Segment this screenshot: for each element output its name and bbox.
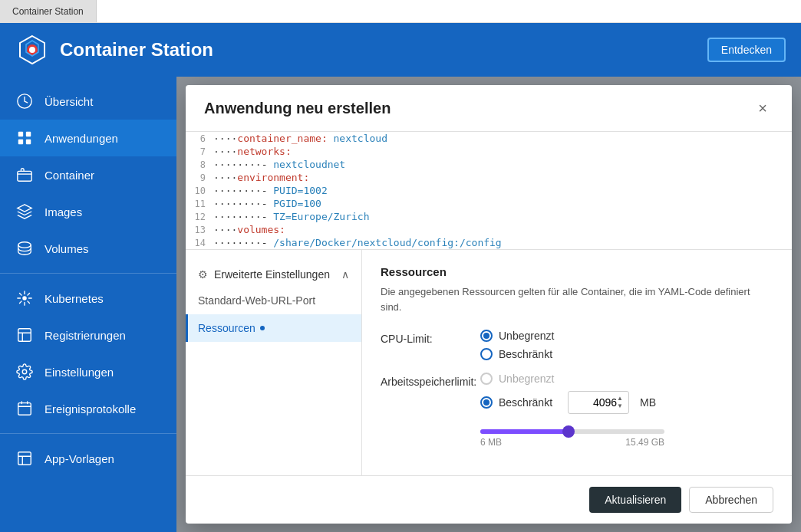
header-left: Container Station (15, 33, 213, 67)
memory-slider-track (480, 429, 664, 434)
sidebar-label-uebersicht: Übersicht (44, 95, 93, 108)
memory-radio-unbegrenzt[interactable] (480, 373, 493, 385)
svg-point-10 (18, 242, 31, 248)
app-logo (15, 33, 49, 67)
sidebar-item-registrierungen[interactable]: Registrierungen (0, 317, 176, 353)
modal-left-nav: ⚙ Erweiterte Einstellungen ∧ Standard-We… (186, 250, 362, 475)
code-line-14: 14 ········- /share/Docker/nextcloud/con… (186, 236, 792, 249)
code-line-11: 11 ········- PGID=100 (186, 197, 792, 210)
code-line-7: 7 ····networks: (186, 145, 792, 158)
nav-item-label-standard-web: Standard-Web-URL-Port (198, 294, 315, 307)
sidebar-item-app-vorlagen[interactable]: App-Vorlagen (0, 440, 176, 477)
svg-rect-6 (26, 132, 31, 136)
sidebar-label-container: Container (44, 169, 94, 182)
sidebar-item-ereignisprotokolle[interactable]: Ereignisprotokolle (0, 390, 176, 427)
sidebar-item-uebersicht[interactable]: Übersicht (0, 83, 176, 120)
sidebar-label-anwendungen: Anwendungen (44, 132, 118, 145)
cpu-radio-unbegrenzt[interactable] (480, 330, 493, 342)
memory-limit-row: Arbeitsspeicherlimit: Unbegrenzt Beschrä… (381, 373, 773, 447)
cpu-radio-group: Unbegrenzt Beschränkt (480, 330, 554, 360)
nav-item-ressourcen[interactable]: Ressourcen (186, 314, 361, 342)
nav-item-label-ressourcen: Ressourcen (198, 322, 255, 334)
memory-slider-fill (480, 429, 569, 434)
discover-button[interactable]: Entdecken (707, 38, 786, 62)
tab-label: Container Station (12, 6, 84, 17)
modal-right-panel: Ressourcen Die angegebenen Ressourcen ge… (362, 250, 792, 475)
nav-dot-ressourcen (260, 326, 265, 330)
modal: Anwendung neu erstellen × 6 ····containe… (186, 85, 792, 523)
code-line-10: 10 ········- PUID=1002 (186, 184, 792, 197)
app-tab[interactable]: Container Station (0, 0, 97, 22)
layers-icon (15, 202, 34, 221)
sidebar-label-volumes: Volumes (44, 242, 89, 255)
sidebar-item-einstellungen[interactable]: Einstellungen (0, 353, 176, 390)
sidebar-divider-2 (0, 433, 176, 434)
modal-footer: Aktualisieren Abbrechen (186, 475, 792, 524)
memory-value-input[interactable] (575, 396, 617, 409)
sidebar: Übersicht Anwendungen Container (0, 77, 176, 532)
code-line-12: 12 ········- TZ=Europe/Zurich (186, 210, 792, 223)
code-line-8: 8 ········- nextcloudnet (186, 158, 792, 171)
memory-spin-down[interactable]: ▼ (617, 402, 623, 410)
settings-section: ⚙ Erweiterte Einstellungen ∧ (186, 262, 361, 287)
sidebar-label-images: Images (44, 205, 82, 218)
cpu-limit-row: CPU-Limit: Unbegrenzt Beschränkt (381, 330, 773, 360)
sidebar-label-registrierungen: Registrierungen (44, 329, 126, 342)
memory-slider-thumb[interactable] (562, 425, 575, 438)
svg-rect-15 (18, 452, 31, 465)
sidebar-item-container[interactable]: Container (0, 156, 176, 193)
code-editor[interactable]: 6 ····container_name: nextcloud 7 ····ne… (186, 132, 792, 250)
cpu-radio-beschraenkt[interactable] (480, 348, 493, 360)
memory-input-field[interactable]: ▲ ▼ (568, 391, 629, 413)
memory-label-unbegrenzt: Unbegrenzt (499, 373, 554, 385)
templates-icon (15, 449, 34, 468)
gear-icon: ⚙ (198, 268, 208, 281)
resources-title: Ressourcen (381, 265, 773, 278)
dashboard-icon (15, 92, 34, 110)
cpu-label-unbegrenzt: Unbegrenzt (499, 330, 554, 342)
cancel-button[interactable]: Abbrechen (689, 487, 773, 513)
memory-spinner: ▲ ▼ (617, 395, 623, 409)
sidebar-label-ereignisprotokolle: Ereignisprotokolle (44, 402, 136, 415)
svg-rect-8 (26, 140, 31, 144)
settings-label: Erweiterte Einstellungen (214, 268, 330, 281)
events-icon (15, 399, 34, 418)
memory-radio-beschraenkt[interactable] (480, 396, 493, 409)
memory-spin-up[interactable]: ▲ (617, 395, 623, 402)
app-header: Container Station Entdecken (0, 23, 801, 77)
chevron-up-icon: ∧ (341, 268, 349, 281)
sidebar-item-images[interactable]: Images (0, 193, 176, 230)
memory-unit-label: MB (640, 396, 656, 409)
memory-option-beschraenkt[interactable]: Beschränkt ▲ ▼ MB (480, 391, 664, 413)
main-layout: Übersicht Anwendungen Container (0, 77, 801, 532)
memory-slider-container: 6 MB 15.49 GB (480, 429, 664, 448)
sidebar-item-kubernetes[interactable]: Kubernetes (0, 280, 176, 317)
modal-close-button[interactable]: × (752, 97, 773, 119)
code-line-9: 9 ····environment: (186, 171, 792, 184)
cpu-option-unbegrenzt[interactable]: Unbegrenzt (480, 330, 554, 342)
cpu-label-beschraenkt: Beschränkt (499, 348, 552, 360)
sidebar-label-app-vorlagen: App-Vorlagen (44, 452, 114, 465)
update-button[interactable]: Aktualisieren (589, 487, 681, 513)
resources-description: Die angegebenen Ressourcen gelten für al… (381, 284, 773, 314)
svg-point-13 (22, 369, 27, 374)
svg-rect-14 (18, 403, 31, 415)
cpu-option-beschraenkt[interactable]: Beschränkt (480, 348, 554, 360)
content-area: Anwendung neu erstellen × 6 ····containe… (176, 77, 801, 532)
sidebar-item-volumes[interactable]: Volumes (0, 230, 176, 267)
modal-header: Anwendung neu erstellen × (186, 85, 792, 132)
container-icon (15, 166, 34, 184)
nav-item-standard-web[interactable]: Standard-Web-URL-Port (186, 287, 361, 314)
svg-rect-7 (18, 140, 23, 144)
registry-icon (15, 326, 34, 344)
slider-min-label: 6 MB (480, 437, 502, 448)
svg-point-2 (29, 47, 35, 53)
sidebar-item-anwendungen[interactable]: Anwendungen (0, 120, 176, 156)
slider-max-label: 15.49 GB (625, 437, 664, 448)
memory-option-unbegrenzt[interactable]: Unbegrenzt (480, 373, 664, 385)
cpu-limit-label: CPU-Limit: (381, 330, 480, 345)
svg-rect-9 (18, 171, 31, 181)
memory-radio-group: Unbegrenzt Beschränkt ▲ (480, 373, 664, 447)
kubernetes-icon (15, 289, 34, 307)
modal-overlay: Anwendung neu erstellen × 6 ····containe… (176, 77, 801, 532)
